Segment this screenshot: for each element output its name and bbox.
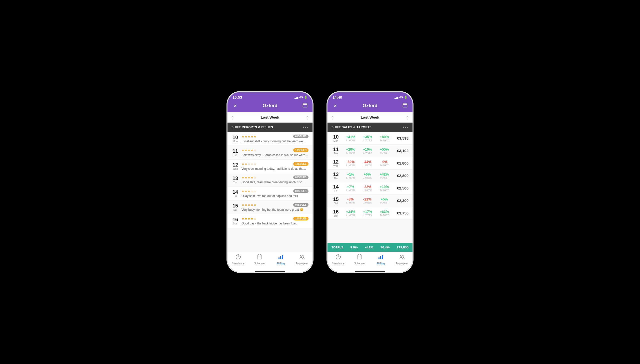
- screen-container: 15:53 ▂▄ 4G 🔋 ✕ Oxford ‹ Last: [218, 82, 422, 282]
- day-number: 11: [232, 148, 239, 154]
- prev-week-btn-1[interactable]: ‹: [232, 114, 233, 120]
- lyear-metric: -32% L. YEAR: [346, 160, 355, 166]
- sales-row[interactable]: 13 Thu +1% L. YEAR +6% L. WEEK +42% TARG…: [327, 170, 412, 182]
- shift-row[interactable]: 10 Mon ★★★★★ 0 ISSUES Excellent shift - …: [228, 132, 313, 146]
- target-label: TARGET: [380, 189, 389, 192]
- lweek-label: L. WEEK: [363, 189, 372, 192]
- shift-row[interactable]: 14 Fri ★★★☆☆ 0 ISSUES Okay shift - we ra…: [228, 187, 313, 200]
- lyear-label: L. YEAR: [346, 164, 355, 166]
- shift-row[interactable]: 13 Thu ★★★★☆ 0 ISSUES Good shift, team w…: [228, 173, 313, 187]
- shift-text: Very slow morning today, had little to d…: [242, 167, 309, 171]
- lyear-value: +1%: [346, 172, 355, 176]
- shift-content: ★★★★☆ 1 ISSUES Shift was okay - Sarah ca…: [242, 148, 309, 157]
- day-name: Tue: [232, 154, 239, 156]
- prev-week-btn-2[interactable]: ‹: [331, 114, 333, 120]
- svg-rect-19: [357, 255, 362, 259]
- sales-day-number: 10: [331, 134, 340, 140]
- lweek-value: -22%: [363, 185, 372, 189]
- lyear-metric: +34% L. YEAR: [346, 210, 355, 216]
- calendar-icon-2[interactable]: [401, 102, 408, 109]
- close-icon-2[interactable]: ✕: [331, 103, 338, 108]
- close-icon-1[interactable]: ✕: [232, 103, 239, 108]
- sales-total: €2,800: [395, 174, 408, 178]
- lweek-metric: -22% L. WEEK: [363, 185, 372, 192]
- sales-row[interactable]: 14 Fri +7% L. YEAR -22% L. WEEK +19% TAR…: [327, 182, 412, 194]
- nav-item-employees[interactable]: Employees: [291, 254, 313, 265]
- dots-menu-1[interactable]: •••: [303, 125, 309, 130]
- shift-top: ★★☆☆☆ 1 ISSUES: [242, 162, 309, 166]
- employees-nav-icon: [299, 254, 305, 262]
- target-metric: +5% TARGET: [380, 197, 389, 204]
- issue-badge: 1 ISSUES: [293, 162, 309, 166]
- nav-item-shiftlog[interactable]: Shiftlog: [370, 254, 391, 265]
- lweek-metric: +10% L. WEEK: [363, 147, 372, 154]
- sales-day-name: Wed: [331, 164, 340, 167]
- target-metric: +80% TARGET: [380, 135, 389, 142]
- network-2: 4G: [399, 96, 403, 99]
- target-value: -9%: [380, 160, 389, 164]
- day-number: 10: [232, 134, 239, 140]
- week-label-2: Last Week: [361, 115, 379, 119]
- target-metric: +19% TARGET: [380, 185, 389, 192]
- schedule-nav-icon: [356, 254, 362, 262]
- shift-row[interactable]: 11 Tue ★★★★☆ 1 ISSUES Shift was okay - S…: [228, 146, 313, 160]
- nav-item-attendance[interactable]: Attendance: [327, 254, 349, 265]
- status-bar-1: 15:53 ▂▄ 4G 🔋: [228, 92, 313, 101]
- sales-day-name: Sun: [331, 214, 340, 217]
- shift-row[interactable]: 12 Wed ★★☆☆☆ 1 ISSUES Very slow morning …: [228, 160, 313, 173]
- shift-row[interactable]: 15 Sat ★★★★★ 0 ISSUES Very busy morning …: [228, 200, 313, 214]
- lweek-value: +6%: [363, 172, 372, 176]
- lweek-metric: -21% L. WEEK: [363, 197, 372, 204]
- lweek-label: L. WEEK: [363, 176, 372, 179]
- time-2: 14:40: [332, 95, 342, 99]
- dots-menu-2[interactable]: •••: [403, 125, 408, 130]
- shift-row[interactable]: 16 Sun ★★★★☆ 1 ISSUES Good day - the bac…: [228, 214, 313, 228]
- sales-day-info: 10 Mon: [331, 134, 340, 142]
- day-name: Mon: [232, 140, 239, 143]
- lyear-metric: +1% L. YEAR: [346, 172, 355, 179]
- shift-text: Good shift, team were great during lunch…: [242, 180, 309, 184]
- shift-content: ★★★☆☆ 0 ISSUES Okay shift - we ran out o…: [242, 189, 309, 198]
- target-value: +42%: [380, 172, 389, 176]
- sales-metrics: +1% L. YEAR +6% L. WEEK +42% TARGET: [342, 172, 393, 179]
- shift-top: ★★★★★ 0 ISSUES: [242, 134, 309, 138]
- stars-rating: ★★☆☆☆: [242, 162, 257, 166]
- schedule-nav-label: Schedule: [254, 262, 265, 265]
- phone-1: 15:53 ▂▄ 4G 🔋 ✕ Oxford ‹ Last: [228, 92, 313, 272]
- sales-row[interactable]: 12 Wed -32% L. YEAR -44% L. WEEK -9% TAR…: [327, 157, 412, 170]
- nav-item-employees[interactable]: Employees: [391, 254, 412, 265]
- target-value: +63%: [380, 210, 389, 214]
- lweek-label: L. WEEK: [363, 152, 372, 154]
- sales-row[interactable]: 10 Mon +41% L. YEAR +35% L. WEEK +80% TA…: [327, 132, 412, 144]
- sales-metrics: +28% L. YEAR +10% L. WEEK +55% TARGET: [342, 147, 393, 154]
- nav-item-attendance[interactable]: Attendance: [228, 254, 249, 265]
- day-number: 15: [232, 203, 239, 208]
- sales-row[interactable]: 11 Tue +28% L. YEAR +10% L. WEEK +55% TA…: [327, 144, 412, 157]
- nav-item-schedule[interactable]: Schedule: [249, 254, 270, 265]
- employees-nav-label: Employees: [296, 262, 308, 265]
- day-name: Sat: [232, 208, 239, 211]
- calendar-icon-1[interactable]: [302, 102, 309, 109]
- sales-day-info: 15 Sat: [331, 196, 340, 205]
- issue-badge: 0 ISSUES: [293, 176, 309, 179]
- status-icons-2: ▂▄ 4G 🔋: [394, 96, 407, 99]
- sales-row[interactable]: 15 Sat -8% L. YEAR -21% L. WEEK +5% TARG…: [327, 194, 412, 207]
- stars-rating: ★★★☆☆: [242, 189, 257, 193]
- sales-row[interactable]: 16 Sun +34% L. YEAR +17% L. WEEK +63% TA…: [327, 207, 412, 220]
- home-indicator-2: [355, 271, 385, 272]
- next-week-btn-2[interactable]: ›: [407, 114, 408, 120]
- schedule-nav-label: Schedule: [354, 262, 365, 265]
- lyear-value: -8%: [346, 197, 355, 201]
- day-info: 14 Fri: [232, 189, 239, 198]
- sales-metrics: -8% L. YEAR -21% L. WEEK +5% TARGET: [342, 197, 393, 204]
- sales-day-info: 16 Sun: [331, 209, 340, 217]
- week-nav-1: ‹ Last Week ›: [228, 112, 313, 122]
- next-week-btn-1[interactable]: ›: [307, 114, 309, 120]
- employees-nav-icon: [399, 254, 405, 262]
- nav-item-schedule[interactable]: Schedule: [349, 254, 370, 265]
- nav-item-shiftlog[interactable]: Shiftlog: [270, 254, 291, 265]
- shift-text: Very busy morning but the team were grea…: [242, 208, 309, 212]
- svg-point-26: [400, 255, 402, 256]
- shift-text: Good day - the back fridge has been fixe…: [242, 222, 309, 226]
- issue-badge: 0 ISSUES: [293, 203, 309, 207]
